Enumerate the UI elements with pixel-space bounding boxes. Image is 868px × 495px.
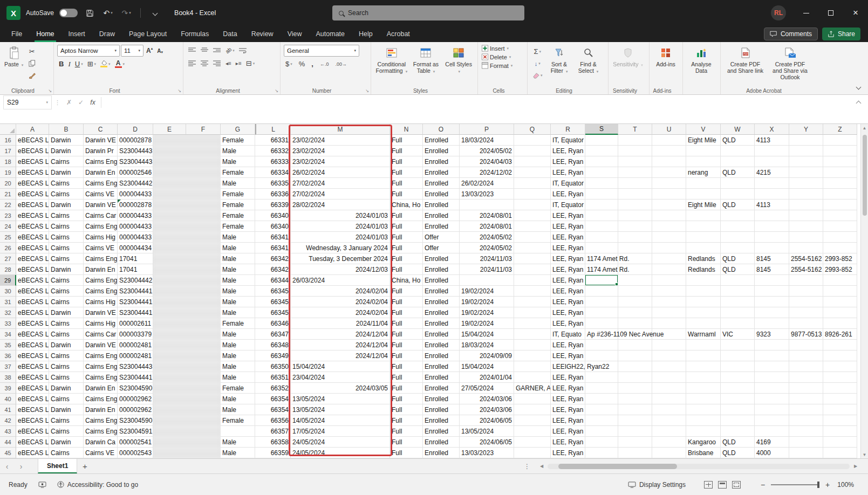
row-header-34[interactable]: 34: [0, 329, 16, 340]
cell-Q38[interactable]: [514, 372, 551, 383]
cell-M28[interactable]: 2024/12/03: [291, 264, 390, 275]
cell-V24[interactable]: [686, 221, 721, 232]
cell-N36[interactable]: Full: [390, 350, 423, 361]
tab-help[interactable]: Help: [352, 26, 380, 42]
cell-E45[interactable]: [153, 448, 186, 458]
cell-F37[interactable]: [186, 361, 221, 372]
cell-S44[interactable]: [585, 437, 618, 448]
cell-G27[interactable]: Male: [221, 253, 255, 264]
cell-B41[interactable]: Darwin: [49, 404, 84, 415]
cell-C16[interactable]: Darwin VE: [84, 135, 118, 146]
row-header-21[interactable]: 21: [0, 189, 16, 200]
cell-T35[interactable]: [618, 340, 652, 350]
cell-D40[interactable]: 000002962: [118, 394, 153, 404]
cell-X18[interactable]: [755, 156, 789, 167]
cell-F43[interactable]: [186, 426, 221, 437]
cell-X29[interactable]: [755, 275, 789, 286]
cell-P34[interactable]: 15/04/2024: [460, 329, 514, 340]
cell-P29[interactable]: [460, 275, 514, 286]
vertical-scrollbar[interactable]: ▲ ▼: [860, 124, 868, 458]
cell-L17[interactable]: 66332: [255, 146, 291, 156]
cell-N28[interactable]: Full: [390, 264, 423, 275]
cell-A23[interactable]: eBECAS La: [16, 210, 49, 221]
search-input[interactable]: Search: [332, 5, 524, 20]
cell-P20[interactable]: 26/02/2024: [460, 178, 514, 189]
row-header-18[interactable]: 18: [0, 156, 16, 167]
cell-O33[interactable]: Enrolled: [423, 318, 460, 329]
cell-V44[interactable]: Kangaroo: [686, 437, 721, 448]
cell-M40[interactable]: 13/05/2024: [291, 394, 390, 404]
cell-D27[interactable]: 17041: [118, 253, 153, 264]
clipboard-dialog-launcher[interactable]: ↘: [48, 88, 52, 93]
cell-B33[interactable]: Cairns: [49, 318, 84, 329]
scrollbar-resize-handle[interactable]: ⋮: [524, 463, 530, 470]
cell-U29[interactable]: [652, 275, 686, 286]
cell-V23[interactable]: [686, 210, 721, 221]
cell-V27[interactable]: Redlands: [686, 253, 721, 264]
cell-N37[interactable]: Full: [390, 361, 423, 372]
paste-button[interactable]: Paste ▾: [3, 45, 24, 81]
column-header-U[interactable]: U: [652, 124, 686, 135]
cell-L24[interactable]: 66340: [255, 221, 291, 232]
cell-G18[interactable]: Male: [221, 156, 255, 167]
cell-N23[interactable]: Full: [390, 210, 423, 221]
cell-S28[interactable]: 1174 Amet Rd.: [585, 264, 618, 275]
cell-Q34[interactable]: [514, 329, 551, 340]
cell-P36[interactable]: 2024/09/09: [460, 350, 514, 361]
cell-R36[interactable]: LEE, Ryan: [551, 350, 585, 361]
cell-N17[interactable]: Full: [390, 146, 423, 156]
cell-L27[interactable]: 66342: [255, 253, 291, 264]
find-select-button[interactable]: Find & Select ▾: [575, 45, 603, 81]
cell-Y38[interactable]: [789, 372, 823, 383]
cell-N40[interactable]: Full: [390, 394, 423, 404]
cell-L22[interactable]: 66339: [255, 200, 291, 210]
scroll-down-icon[interactable]: ▼: [861, 451, 868, 458]
cell-C41[interactable]: Darwin En: [84, 404, 118, 415]
cell-C40[interactable]: Cairns Eng: [84, 394, 118, 404]
previous-sheet-icon[interactable]: ‹: [0, 462, 14, 471]
cell-Q32[interactable]: [514, 307, 551, 318]
cell-S32[interactable]: [585, 307, 618, 318]
cell-D21[interactable]: 000004433: [118, 189, 153, 200]
cell-F45[interactable]: [186, 448, 221, 458]
cell-M17[interactable]: 23/02/2024: [291, 146, 390, 156]
cell-G30[interactable]: Male: [221, 286, 255, 297]
cell-N35[interactable]: Full: [390, 340, 423, 350]
cell-G28[interactable]: Male: [221, 264, 255, 275]
cell-S39[interactable]: [585, 383, 618, 394]
cell-Z44[interactable]: [823, 437, 857, 448]
cell-V45[interactable]: Brisbane: [686, 448, 721, 458]
cell-U30[interactable]: [652, 286, 686, 297]
row-header-26[interactable]: 26: [0, 243, 16, 253]
cell-S18[interactable]: [585, 156, 618, 167]
cell-G17[interactable]: Male: [221, 146, 255, 156]
column-header-M[interactable]: M: [291, 124, 390, 135]
cell-M32[interactable]: 2024/02/04: [291, 307, 390, 318]
redo-button[interactable]: ↷▾: [120, 5, 133, 21]
cell-S38[interactable]: [585, 372, 618, 383]
cell-M45[interactable]: 24/05/2024: [291, 448, 390, 458]
font-size-combo[interactable]: 11▾: [121, 45, 143, 57]
cancel-entry-button[interactable]: ✗: [63, 99, 75, 106]
copy-button[interactable]: [26, 58, 37, 69]
bold-button[interactable]: B: [57, 58, 65, 70]
cell-M33[interactable]: 2024/11/04: [291, 318, 390, 329]
cell-G40[interactable]: Male: [221, 394, 255, 404]
macro-record-icon[interactable]: [33, 482, 52, 488]
cell-P22[interactable]: [460, 200, 514, 210]
cell-B32[interactable]: Darwin: [49, 307, 84, 318]
cell-E32[interactable]: [153, 307, 186, 318]
cell-G42[interactable]: Female: [221, 415, 255, 426]
cell-W22[interactable]: QLD: [721, 200, 755, 210]
cell-A40[interactable]: eBECAS La: [16, 394, 49, 404]
cell-Q19[interactable]: [514, 167, 551, 178]
quick-access-customize-icon[interactable]: [148, 5, 161, 21]
zoom-slider[interactable]: [771, 484, 819, 485]
cell-Z32[interactable]: [823, 307, 857, 318]
cell-V18[interactable]: [686, 156, 721, 167]
cell-D31[interactable]: S23004441: [118, 297, 153, 307]
cell-Y39[interactable]: [789, 383, 823, 394]
cell-U23[interactable]: [652, 210, 686, 221]
cell-W32[interactable]: [721, 307, 755, 318]
cell-Y27[interactable]: 2554-5162: [789, 253, 823, 264]
